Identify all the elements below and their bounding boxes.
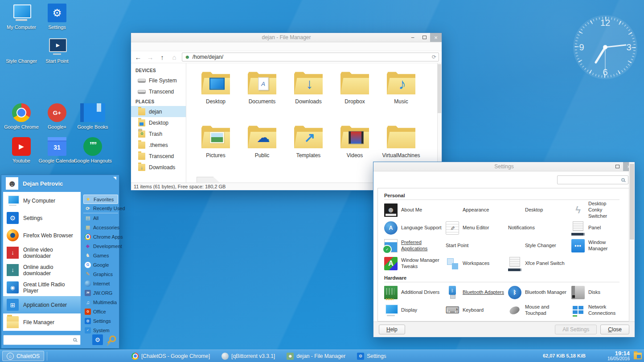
sidebar-place[interactable]: .themes: [131, 139, 186, 150]
file-item[interactable]: Public: [239, 122, 285, 176]
minimize-icon[interactable]: –: [407, 33, 418, 42]
sidebar-place[interactable]: Trash: [131, 128, 186, 139]
start-menu-category[interactable]: Multimedia: [83, 297, 118, 307]
settings-item[interactable]: Disks: [571, 284, 619, 301]
start-menu-app[interactable]: My Computer: [3, 192, 81, 209]
sidebar-place[interactable]: dejan: [131, 106, 186, 117]
start-menu-category[interactable]: Games: [83, 251, 118, 260]
settings-titlebar[interactable]: Settings ×: [373, 162, 635, 171]
desktop-icon[interactable]: Google Books: [75, 103, 111, 137]
desktop-icon[interactable]: Google Chrome: [4, 103, 39, 137]
menu-search-input[interactable]: [6, 337, 73, 343]
menu-item[interactable]: [155, 46, 161, 48]
settings-item[interactable]: Start Point: [446, 237, 508, 255]
sidebar-device[interactable]: File System: [131, 75, 186, 86]
start-menu-app[interactable]: Online video downloader: [3, 244, 81, 261]
start-menu-category[interactable]: All: [83, 213, 118, 223]
settings-item[interactable]: Appearance: [446, 201, 508, 219]
start-menu-category[interactable]: Chrome Apps: [83, 232, 118, 241]
settings-item[interactable]: Bluetooth Adapters: [446, 284, 508, 301]
start-menu-category[interactable]: Recently Used: [83, 204, 118, 213]
start-menu-category[interactable]: System: [83, 325, 118, 335]
start-menu-category[interactable]: Settings: [83, 316, 118, 325]
settings-item[interactable]: Mouse and Touchpad: [508, 301, 571, 319]
all-settings-button[interactable]: All Settings: [555, 325, 597, 334]
settings-item[interactable]: Keyboard: [446, 301, 508, 319]
start-menu-category[interactable]: Graphics: [83, 269, 118, 279]
start-menu-app[interactable]: Online audio downloader: [3, 261, 81, 279]
launcher[interactable]: [74, 351, 83, 361]
settings-item[interactable]: Xfce Panel Switch: [508, 255, 571, 273]
settings-item[interactable]: Menu Editor: [446, 219, 508, 237]
sidebar-place[interactable]: Transcend: [131, 150, 186, 162]
launcher[interactable]: [98, 351, 107, 361]
up-icon[interactable]: ↑: [158, 53, 167, 61]
file-item[interactable]: Dropbox: [332, 69, 378, 122]
settings-item[interactable]: Panel: [571, 219, 619, 237]
sidebar-place[interactable]: Desktop: [131, 117, 186, 128]
start-menu-category[interactable]: Development: [83, 241, 118, 251]
file-item[interactable]: Videos: [332, 122, 378, 176]
settings-item[interactable]: About Me: [384, 201, 446, 219]
close-icon[interactable]: ×: [430, 33, 442, 42]
back-icon[interactable]: ←: [134, 53, 143, 61]
settings-item[interactable]: Notifications: [508, 219, 571, 237]
forward-icon[interactable]: →: [146, 53, 155, 61]
desktop-icon[interactable]: Youtube: [4, 137, 39, 171]
start-menu-app[interactable]: Settings: [3, 209, 81, 227]
file-item[interactable]: Pictures: [193, 122, 239, 176]
taskbar-clock[interactable]: 19:14 16/05/2016: [607, 350, 630, 361]
start-menu-app[interactable]: Firefox Web Browser: [3, 227, 81, 244]
reload-icon[interactable]: ⟳: [432, 54, 436, 60]
menu-item[interactable]: [148, 46, 154, 48]
tray-folder-icon[interactable]: [634, 353, 642, 359]
start-menu-category[interactable]: Accessories: [83, 223, 118, 232]
file-item[interactable]: Documents: [239, 69, 285, 122]
start-menu-category[interactable]: Internet: [83, 279, 118, 288]
maximize-icon[interactable]: [418, 33, 430, 42]
file-item[interactable]: Templates: [285, 122, 332, 176]
desktop-icon[interactable]: Settings: [39, 4, 75, 37]
launcher[interactable]: [110, 351, 119, 361]
path-bar[interactable]: /home/dejan/ ⟳: [182, 53, 439, 61]
start-menu-category[interactable]: Favorites: [83, 195, 118, 204]
settings-item[interactable]: Bluetooth Manager: [508, 284, 571, 301]
menu-search-field[interactable]: [3, 335, 81, 345]
start-menu-category[interactable]: Office: [83, 307, 118, 316]
file-item[interactable]: Desktop: [193, 69, 239, 122]
lock-screen-key-icon[interactable]: [104, 333, 118, 346]
menu-item[interactable]: [162, 46, 168, 48]
menu-settings-icon[interactable]: [92, 334, 103, 345]
help-button[interactable]: Help: [379, 325, 405, 334]
settings-item[interactable]: Display: [384, 301, 446, 319]
start-menu-app[interactable]: Application Center: [3, 296, 81, 313]
search-input[interactable]: [559, 177, 621, 183]
menu-item[interactable]: [134, 46, 140, 48]
settings-item[interactable]: Desktop: [508, 201, 571, 219]
taskbar-task[interactable]: Settings: [352, 351, 391, 362]
settings-item[interactable]: Window Manager: [571, 237, 619, 255]
close-button[interactable]: Close: [600, 325, 629, 334]
sidebar-place[interactable]: Downloads: [131, 162, 186, 173]
launcher[interactable]: [50, 351, 59, 361]
desktop-icon[interactable]: Google Calendar: [39, 137, 75, 171]
settings-item[interactable]: Style Changer: [508, 237, 571, 255]
desktop-icon[interactable]: My Computer: [4, 4, 39, 37]
launcher[interactable]: [62, 351, 71, 361]
taskbar-task[interactable]: [qBittorrent v3.3.1]: [217, 351, 280, 362]
start-menu-category[interactable]: Google: [83, 260, 118, 269]
chaletos-menu-button[interactable]: ChaletOS: [2, 351, 44, 361]
desktop-icon[interactable]: Start Point: [39, 37, 75, 71]
sidebar-device[interactable]: Transcend: [131, 86, 186, 97]
file-item[interactable]: Music: [378, 69, 424, 122]
desktop-icon[interactable]: Style Changer: [4, 37, 39, 71]
start-menu-category[interactable]: JW.ORG: [83, 288, 118, 297]
settings-scrollbar[interactable]: [629, 162, 635, 337]
settings-item[interactable]: Workspaces: [446, 255, 508, 273]
taskbar-task[interactable]: dejan - File Manager: [282, 351, 350, 362]
desktop-icon[interactable]: Google+: [39, 103, 75, 137]
horizontal-scrollbar[interactable]: [197, 177, 220, 183]
settings-item[interactable]: Network Connections: [571, 301, 619, 319]
settings-item[interactable]: Additional Drivers: [384, 284, 446, 301]
settings-item[interactable]: Preferred Applications: [384, 237, 446, 255]
